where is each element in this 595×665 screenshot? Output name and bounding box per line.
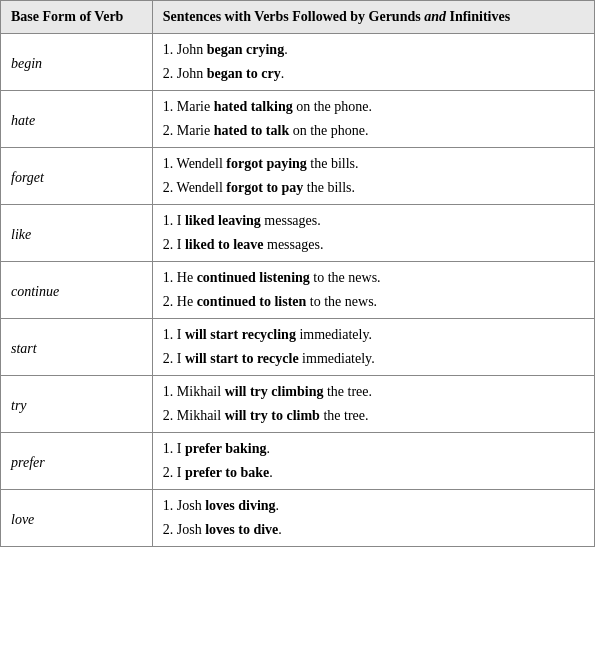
table-row: like1. I liked leaving messages. [1,205,595,234]
sentence-infinitive: 2. He continued to listen to the news. [152,290,594,319]
sentence-gerund: 1. Josh loves diving. [152,490,594,519]
sentence-infinitive: 2. Mikhail will try to climb the tree. [152,404,594,433]
sentence-gerund: 1. Marie hated talking on the phone. [152,91,594,120]
verb-cell: start [1,319,153,376]
sentence-gerund: 1. He continued listening to the news. [152,262,594,291]
table-row: start1. I will start recycling immediate… [1,319,595,348]
sentence-gerund: 1. Mikhail will try climbing the tree. [152,376,594,405]
sentence-infinitive: 2. I prefer to bake. [152,461,594,490]
verb-cell: hate [1,91,153,148]
verb-cell: like [1,205,153,262]
table-row: try1. Mikhail will try climbing the tree… [1,376,595,405]
table-row: forget1. Wendell forgot paying the bills… [1,148,595,177]
sentence-gerund: 1. I liked leaving messages. [152,205,594,234]
sentence-infinitive: 2. Marie hated to talk on the phone. [152,119,594,148]
verb-cell: try [1,376,153,433]
sentence-infinitive: 2. I liked to leave messages. [152,233,594,262]
sentence-gerund: 1. I prefer baking. [152,433,594,462]
sentence-gerund: 1. John began crying. [152,34,594,63]
verb-cell: forget [1,148,153,205]
sentence-infinitive: 2. I will start to recycle immediately. [152,347,594,376]
sentence-gerund: 1. Wendell forgot paying the bills. [152,148,594,177]
table-row: love1. Josh loves diving. [1,490,595,519]
main-table: Base Form of Verb Sentences with Verbs F… [0,0,595,547]
table-row: begin1. John began crying. [1,34,595,63]
verb-cell: begin [1,34,153,91]
sentence-gerund: 1. I will start recycling immediately. [152,319,594,348]
table-row: continue1. He continued listening to the… [1,262,595,291]
sentence-infinitive: 2. Wendell forgot to pay the bills. [152,176,594,205]
header-verb: Base Form of Verb [1,1,153,34]
header-sentences: Sentences with Verbs Followed by Gerunds… [152,1,594,34]
verb-cell: prefer [1,433,153,490]
table-row: prefer1. I prefer baking. [1,433,595,462]
verb-cell: love [1,490,153,547]
sentence-infinitive: 2. Josh loves to dive. [152,518,594,547]
table-row: hate1. Marie hated talking on the phone. [1,91,595,120]
verb-cell: continue [1,262,153,319]
sentence-infinitive: 2. John began to cry. [152,62,594,91]
